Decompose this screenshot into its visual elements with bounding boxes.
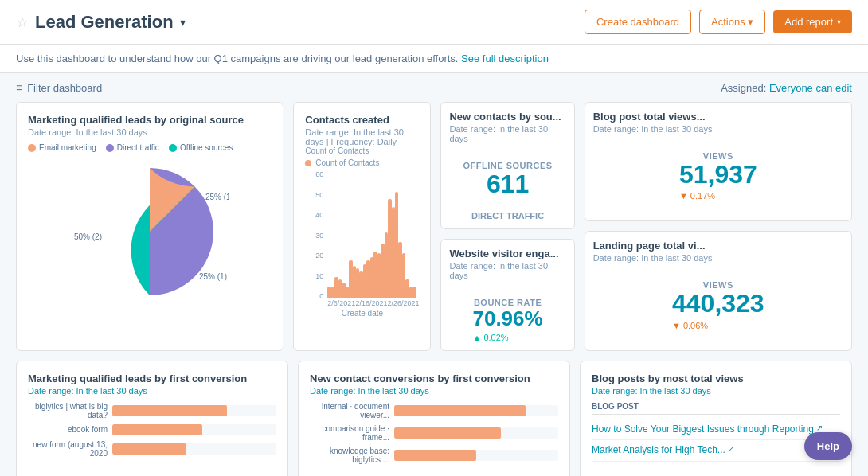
blog-link-2[interactable]: Market Analysis for High Tech... <box>592 444 725 457</box>
new-contact-bar-item-3: knowledge base: biglytics ... <box>310 447 558 464</box>
create-dashboard-button[interactable]: Create dashboard <box>585 10 691 34</box>
pie-chart-card: Marketing qualified leads by original so… <box>16 102 283 351</box>
title-chevron-icon[interactable]: ▾ <box>180 16 186 29</box>
blog-posts-date: Date range: In the last 30 days <box>592 386 840 396</box>
blog-post-card: Blog post total views... Date range: In … <box>585 102 852 221</box>
x-label-1: 2/6/2021 <box>327 299 355 307</box>
landing-page-title: Landing page total vi... <box>593 240 713 252</box>
legend-label-direct: Direct traffic <box>117 143 159 152</box>
website-stat-change: ▲ 0.02% <box>472 333 542 342</box>
header: ☆ Lead Generation ▾ Create dashboard Act… <box>0 0 868 45</box>
mql-bar-label-1: biglytics | what is big data? <box>28 402 108 419</box>
pie-legend: Email marketing Direct traffic Offline s… <box>28 143 272 152</box>
blog-post-title: Blog post total views... <box>593 111 713 123</box>
new-contact-conversions-card: New contact conversions by first convers… <box>298 361 570 476</box>
bar-column <box>412 287 416 298</box>
new-contact-bar-track-1 <box>394 405 558 416</box>
filter-bar: ≡ Filter dashboard Assigned: Everyone ca… <box>0 73 868 102</box>
star-icon[interactable]: ☆ <box>16 14 29 31</box>
add-report-button[interactable]: Add report ▾ <box>773 10 852 33</box>
mql-bar-track-3 <box>112 443 276 455</box>
legend-label: Count of Contacts <box>315 158 379 167</box>
pie-card-date: Date range: In the last 30 days <box>28 127 272 137</box>
row1: Contacts created Date range: In the last… <box>16 102 852 351</box>
chart-legend: Count of Contacts <box>305 158 419 167</box>
legend-dot <box>305 160 311 166</box>
new-contacts-stat-value: 611 <box>463 170 553 198</box>
landing-page-title-area: Landing page total vi... Date range: In … <box>593 240 713 263</box>
new-contact-bar-track-3 <box>394 450 558 461</box>
contacts-created-card: Contacts created Date range: In the last… <box>293 102 431 351</box>
header-left: ☆ Lead Generation ▾ <box>16 12 186 33</box>
x-label-3: 2/26/2021 <box>387 299 419 307</box>
new-contact-bar-item-2: comparison guide · frame... <box>310 424 558 442</box>
landing-page-stat: VIEWS 440,323 ▼ 0.06% <box>672 272 764 330</box>
new-contacts-secondary: DIRECT TRAFFIC <box>471 198 544 220</box>
assigned-label: Assigned: <box>721 82 766 94</box>
legend-label-offline: Offline sources <box>180 143 233 152</box>
website-date: Date range: In the last 30 days <box>449 261 565 280</box>
mql-first-conversion-card: Marketing qualified leads by first conve… <box>16 361 288 476</box>
x-label-2: 2/16/2021 <box>355 299 387 307</box>
new-contacts-title: New contacts by sou... <box>449 111 565 123</box>
filter-icon: ≡ <box>16 81 22 94</box>
see-full-description-link[interactable]: See full description <box>461 53 549 64</box>
filter-dashboard-button[interactable]: ≡ Filter dashboard <box>16 81 102 94</box>
middle-left-col: New contacts by sou... Date range: In th… <box>440 102 574 351</box>
pie-label-direct: 50% (2) <box>74 232 102 241</box>
header-right: Create dashboard Actions ▾ Add report ▾ <box>585 10 852 34</box>
actions-button[interactable]: Actions ▾ <box>699 10 765 34</box>
legend-item-email: Email marketing <box>28 143 96 152</box>
new-contacts-stat: OFFLINE SOURCES 611 <box>463 153 553 198</box>
filter-right: Assigned: Everyone can edit <box>721 82 852 94</box>
help-button[interactable]: Help <box>804 432 852 460</box>
blog-post-stat-value: 51,937 <box>679 161 757 189</box>
mql-bar-fill-1 <box>112 405 227 416</box>
mql-date: Date range: In the last 30 days <box>28 386 276 396</box>
mql-bar-fill-3 <box>112 443 186 455</box>
y-axis: 6050403020100 <box>305 170 326 300</box>
page-title: Lead Generation <box>35 12 174 33</box>
assigned-value-link[interactable]: Everyone can edit <box>769 82 852 94</box>
new-contact-bar-label-1: internal · document viewer... <box>310 402 389 419</box>
new-contact-bar-track-2 <box>394 427 558 439</box>
pie-chart-svg: 25% (1) 50% (2) 25% (1) <box>70 160 229 303</box>
new-contacts-secondary-label: DIRECT TRAFFIC <box>471 211 544 220</box>
contacts-card-title: Contacts created <box>305 114 419 126</box>
website-title: Website visitor enga... <box>449 248 565 259</box>
row2: Marketing qualified leads by first conve… <box>16 361 852 476</box>
blog-ext-icon-2: ↗ <box>728 444 734 453</box>
new-contacts-date: Date range: In the last 30 days <box>449 124 565 143</box>
legend-item-offline: Offline sources <box>169 143 233 152</box>
landing-page-stat-change: ▼ 0.06% <box>672 321 764 330</box>
x-axis-labels: 2/6/2021 2/16/2021 2/26/2021 <box>305 299 419 307</box>
mql-bar-chart: biglytics | what is big data? ebook form… <box>28 402 276 458</box>
description-text: Use this dashboard to understand how our… <box>16 53 458 64</box>
website-stat-value: 70.96% <box>472 307 542 330</box>
new-contact-bar-fill-2 <box>394 427 501 439</box>
mql-bar-fill-2 <box>112 424 202 435</box>
website-stat: BOUNCE RATE 70.96% ▲ 0.02% <box>472 290 542 342</box>
add-report-chevron-icon: ▾ <box>837 18 841 26</box>
new-contact-bar-item-1: internal · document viewer... <box>310 402 558 419</box>
blog-col-header: BLOG POST <box>592 402 840 415</box>
mql-title: Marketing qualified leads by first conve… <box>28 373 276 384</box>
mql-bar-track-2 <box>112 424 276 435</box>
mql-bar-item-2: ebook form <box>28 424 276 435</box>
contacts-card-date-range: Date range: In the last 30 days | Freque… <box>305 127 419 146</box>
blog-ext-icon-1: ↗ <box>816 423 823 432</box>
mql-bar-item-3: new form (august 13, 2020 <box>28 440 276 458</box>
blog-posts-views-card: Blog posts by most total views Date rang… <box>580 361 852 476</box>
new-contact-date: Date range: In the last 30 days <box>310 386 558 396</box>
legend-color-email <box>28 144 36 152</box>
x-axis-title: Create date <box>305 309 419 318</box>
landing-page-date: Date range: In the last 30 days <box>593 253 713 263</box>
blog-list: BLOG POST How to Solve Your Biggest Issu… <box>592 402 840 462</box>
middle-right-col: Blog post total views... Date range: In … <box>585 102 852 351</box>
blog-post-stat-change: ▼ 0.17% <box>679 191 757 201</box>
website-visitor-card: Website visitor enga... Date range: In t… <box>440 239 574 351</box>
blog-link-1[interactable]: How to Solve Your Biggest Issues through… <box>592 423 814 436</box>
blog-posts-title: Blog posts by most total views <box>592 373 840 384</box>
mql-bar-label-3: new form (august 13, 2020 <box>28 440 108 458</box>
actions-chevron-icon: ▾ <box>748 16 753 28</box>
